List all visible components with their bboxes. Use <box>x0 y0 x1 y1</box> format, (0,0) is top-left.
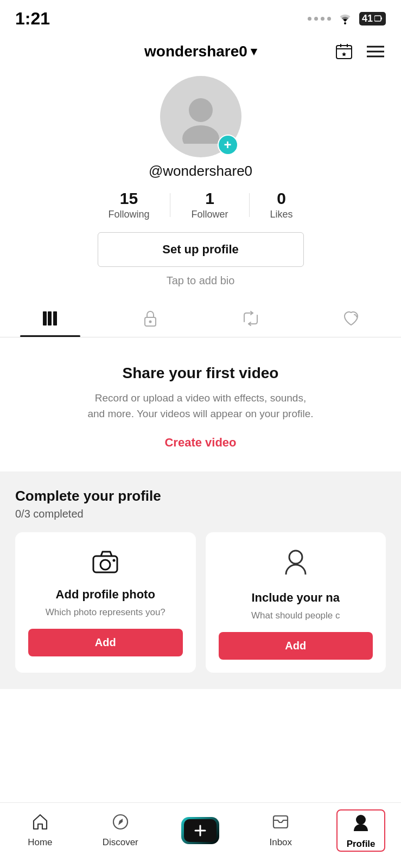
heart-icon <box>342 310 360 327</box>
complete-profile-section: Complete your profile 0/3 completed Add … <box>0 471 401 689</box>
likes-count: 0 <box>277 189 286 208</box>
create-button[interactable] <box>181 817 219 844</box>
svg-point-19 <box>113 559 116 562</box>
svg-rect-12 <box>43 311 47 326</box>
nav-discover-label: Discover <box>103 837 138 848</box>
tab-grid[interactable] <box>0 300 100 337</box>
tab-row <box>0 300 401 337</box>
svg-point-11 <box>182 125 219 144</box>
user-handle: @wondershare0 <box>149 163 252 180</box>
share-video-desc: Record or upload a video with effects, s… <box>87 391 315 422</box>
bottom-nav: Home Discover Inbox <box>0 802 401 868</box>
username-text: wondershare0 <box>144 43 247 60</box>
svg-rect-1 <box>374 16 381 21</box>
header: wondershare0 ▾ <box>0 33 401 71</box>
follower-count: 1 <box>205 189 214 208</box>
person-icon <box>284 548 308 582</box>
profile-cards-row: Add profile photo Which photo represents… <box>15 532 386 673</box>
signal-icon <box>308 17 331 21</box>
add-name-button[interactable]: Add <box>219 632 373 660</box>
camera-icon <box>91 548 119 579</box>
following-count: 15 <box>120 189 138 208</box>
avatar-section: + @wondershare0 15 Following 1 Follower … <box>0 71 401 300</box>
status-bar: 1:21 41 <box>0 0 401 33</box>
repost-icon <box>242 311 259 326</box>
chevron-down-icon: ▾ <box>251 44 257 59</box>
card-name-title: Include your na <box>251 591 340 605</box>
menu-icon[interactable] <box>365 41 386 62</box>
grid-icon <box>42 310 58 327</box>
inbox-icon <box>272 813 289 834</box>
share-video-section: Share your first video Record or upload … <box>0 337 401 471</box>
create-video-button[interactable]: Create video <box>164 436 236 450</box>
stat-following[interactable]: 15 Following <box>87 189 170 220</box>
setup-profile-button[interactable]: Set up profile <box>98 232 304 267</box>
nav-inbox-label: Inbox <box>269 837 292 848</box>
battery-icon: 41 <box>359 12 386 25</box>
status-time: 1:21 <box>15 9 50 29</box>
header-username[interactable]: wondershare0 ▾ <box>144 43 257 60</box>
wifi-icon <box>336 12 354 25</box>
nav-inbox[interactable]: Inbox <box>256 813 305 848</box>
nav-home-label: Home <box>28 837 52 848</box>
tab-repost[interactable] <box>201 300 301 337</box>
card-photo-desc: Which photo represents you? <box>46 607 166 618</box>
nav-profile[interactable]: Profile <box>336 809 385 852</box>
complete-progress: 0/3 completed <box>15 508 386 520</box>
calendar-icon[interactable] <box>334 41 354 62</box>
tab-liked[interactable] <box>301 300 401 337</box>
stat-likes[interactable]: 0 Likes <box>250 189 314 220</box>
following-label: Following <box>108 209 149 220</box>
status-icons: 41 <box>308 12 386 25</box>
progress-label: completed <box>30 508 84 520</box>
svg-rect-2 <box>381 17 382 20</box>
follower-label: Follower <box>191 209 228 220</box>
svg-point-25 <box>356 815 366 825</box>
card-name-desc: What should people c <box>251 610 340 621</box>
progress-fraction: 0/3 <box>15 508 30 520</box>
tab-private[interactable] <box>100 300 201 337</box>
svg-point-20 <box>289 551 302 564</box>
bio-placeholder[interactable]: Tap to add bio <box>167 275 235 287</box>
svg-point-10 <box>189 98 213 122</box>
nav-discover[interactable]: Discover <box>96 813 145 848</box>
nav-home[interactable]: Home <box>16 813 65 848</box>
complete-profile-title: Complete your profile <box>15 488 386 505</box>
lock-icon <box>143 310 158 327</box>
home-icon <box>31 813 49 834</box>
discover-icon <box>112 813 129 834</box>
svg-point-16 <box>149 321 152 323</box>
stats-row: 15 Following 1 Follower 0 Likes <box>87 189 313 220</box>
card-photo-title: Add profile photo <box>56 588 155 602</box>
add-photo-button[interactable]: Add <box>28 629 183 656</box>
plus-icon <box>193 823 208 838</box>
stat-follower[interactable]: 1 Follower <box>170 189 249 220</box>
likes-label: Likes <box>270 209 293 220</box>
svg-rect-14 <box>53 311 57 326</box>
nav-create[interactable] <box>176 817 225 844</box>
svg-rect-13 <box>48 311 52 326</box>
share-video-title: Share your first video <box>123 365 279 382</box>
svg-point-0 <box>344 22 346 24</box>
svg-point-18 <box>100 560 110 570</box>
profile-card-name: Include your na What should people c Add <box>206 532 386 673</box>
add-icon: + <box>224 138 231 151</box>
nav-profile-label: Profile <box>347 839 375 850</box>
add-avatar-button[interactable]: + <box>218 135 238 155</box>
header-actions <box>334 41 386 62</box>
profile-icon <box>353 814 369 836</box>
avatar-wrap[interactable]: + <box>160 76 241 157</box>
profile-card-photo: Add profile photo Which photo represents… <box>15 532 196 673</box>
